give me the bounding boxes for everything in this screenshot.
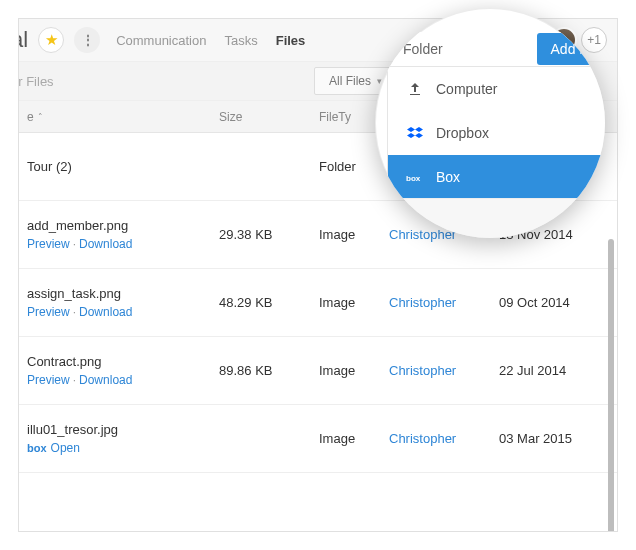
scrollbar-thumb[interactable]	[608, 239, 614, 532]
upload-icon	[406, 81, 424, 97]
file-type: Image	[319, 363, 389, 378]
file-size: 29.38 KB	[219, 227, 319, 242]
file-type: Image	[319, 227, 389, 242]
dropbox-icon	[406, 125, 424, 141]
sort-asc-icon: ˄	[38, 112, 43, 122]
page-title: al	[18, 27, 28, 53]
zoom-lens: Folder Add Fi ifiedE Computer Dropb	[375, 8, 605, 238]
file-date: 22 Jul 2014	[499, 363, 617, 378]
download-link[interactable]: Download	[79, 305, 132, 319]
star-icon: ★	[45, 31, 58, 49]
search-input[interactable]	[18, 62, 314, 100]
folder-label: Folder	[403, 41, 443, 57]
filter-label: All Files	[329, 74, 371, 88]
file-type: Image	[319, 431, 389, 446]
file-type: Folder	[319, 159, 389, 174]
more-icon: ⋮	[81, 32, 94, 48]
preview-link[interactable]: Preview	[27, 305, 70, 319]
avatar-more[interactable]: +1	[581, 27, 607, 53]
file-size: 89.86 KB	[219, 363, 319, 378]
svg-text:box: box	[406, 174, 421, 183]
add-source-menu: Computer Dropbox box Box	[387, 66, 605, 200]
open-link[interactable]: Open	[51, 441, 80, 455]
box-icon: box	[406, 171, 424, 183]
modified-by[interactable]: Christopher	[389, 295, 499, 310]
menu-item-box[interactable]: box Box	[388, 155, 605, 199]
table-row[interactable]: illu01_tresor.jpgboxOpenImageChristopher…	[19, 405, 617, 473]
file-name: add_member.png	[27, 218, 219, 233]
download-link[interactable]: Download	[79, 237, 132, 251]
tab-tasks[interactable]: Tasks	[224, 33, 257, 48]
star-button[interactable]: ★	[38, 27, 64, 53]
file-type: Image	[319, 295, 389, 310]
tab-files[interactable]: Files	[276, 33, 306, 48]
scrollbar-track[interactable]	[608, 149, 614, 523]
preview-link[interactable]: Preview	[27, 373, 70, 387]
modified-by[interactable]: Christopher	[389, 431, 499, 446]
box-icon: box	[27, 442, 47, 454]
tab-communication[interactable]: Communication	[116, 33, 206, 48]
preview-link[interactable]: Preview	[27, 237, 70, 251]
table-row[interactable]: assign_task.pngPreview·Download48.29 KBI…	[19, 269, 617, 337]
tabs: Communication Tasks Files	[116, 33, 305, 48]
file-name: assign_task.png	[27, 286, 219, 301]
col-name[interactable]: e ˄	[19, 110, 219, 124]
download-link[interactable]: Download	[79, 373, 132, 387]
file-name: Contract.png	[27, 354, 219, 369]
file-date: 09 Oct 2014	[499, 295, 617, 310]
table-row[interactable]: Contract.pngPreview·Download89.86 KBImag…	[19, 337, 617, 405]
file-date: 03 Mar 2015	[499, 431, 617, 446]
menu-item-computer[interactable]: Computer	[388, 67, 605, 111]
menu-item-dropbox[interactable]: Dropbox	[388, 111, 605, 155]
col-size[interactable]: Size	[219, 110, 319, 124]
file-name: illu01_tresor.jpg	[27, 422, 219, 437]
file-name: Tour (2)	[27, 159, 219, 174]
more-button[interactable]: ⋮	[74, 27, 100, 53]
modified-by[interactable]: Christopher	[389, 363, 499, 378]
file-size: 48.29 KB	[219, 295, 319, 310]
